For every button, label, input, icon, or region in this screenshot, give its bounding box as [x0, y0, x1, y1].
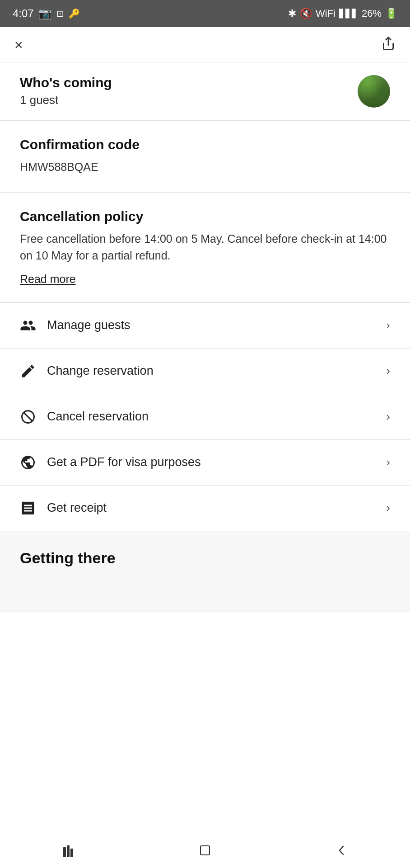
avatar-image [358, 75, 390, 108]
chevron-right-icon: › [386, 501, 390, 515]
chevron-right-icon: › [386, 364, 390, 378]
whos-coming-heading: Who's coming [20, 75, 112, 90]
menu-item-manage-guests[interactable]: Manage guests › [0, 302, 410, 348]
svg-rect-1 [63, 847, 66, 857]
globe-icon [20, 454, 36, 471]
menu-item-get-receipt[interactable]: Get receipt › [0, 485, 410, 531]
mute-icon: 🔇 [300, 8, 312, 19]
whos-coming-text: Who's coming 1 guest [20, 75, 112, 107]
read-more-link[interactable]: Read more [20, 273, 76, 286]
menu-item-change-reservation[interactable]: Change reservation › [0, 348, 410, 394]
bottom-nav [0, 832, 410, 868]
get-receipt-label: Get receipt [47, 501, 107, 515]
nav-home-button[interactable] [198, 844, 212, 857]
menu-list: Manage guests › Change reservation › Can… [0, 302, 410, 531]
menu-item-pdf-visa[interactable]: Get a PDF for visa purposes › [0, 439, 410, 485]
change-reservation-label: Change reservation [47, 364, 154, 378]
cancellation-heading: Cancellation policy [20, 209, 390, 224]
svg-rect-2 [67, 845, 70, 857]
status-bar: 4:07 📷 ⊡ 🔑 ✱ 🔇 WiFi ▋▋▋ 26% 🔋 [0, 0, 410, 27]
menu-item-left: Manage guests [20, 317, 130, 334]
whos-coming-section: Who's coming 1 guest [0, 62, 410, 120]
chevron-right-icon: › [386, 410, 390, 424]
menu-item-left: Cancel reservation [20, 409, 149, 425]
avatar [358, 75, 390, 108]
confirmation-heading: Confirmation code [20, 137, 390, 152]
top-nav: × [0, 27, 410, 62]
guest-count: 1 guest [20, 93, 112, 107]
cancel-reservation-label: Cancel reservation [47, 410, 149, 424]
menu-item-left: Get a PDF for visa purposes [20, 454, 201, 471]
cancellation-section: Cancellation policy Free cancellation be… [0, 193, 410, 302]
status-right: ✱ 🔇 WiFi ▋▋▋ 26% 🔋 [288, 8, 397, 19]
chevron-right-icon: › [386, 455, 390, 469]
receipt-icon [20, 500, 36, 516]
menu-item-cancel-reservation[interactable]: Cancel reservation › [0, 394, 410, 439]
nav-menu-button[interactable] [61, 844, 75, 857]
camera-icon: 📷 [38, 7, 52, 20]
people-icon [20, 317, 36, 334]
share-button[interactable] [381, 36, 396, 53]
cast-icon: ⊡ [56, 8, 64, 19]
cancel-icon [20, 409, 36, 425]
getting-there-heading: Getting there [20, 549, 390, 567]
confirmation-code: HMW588BQAE [20, 159, 390, 176]
chevron-right-icon: › [386, 318, 390, 332]
battery-icon: 🔋 [385, 8, 397, 19]
manage-guests-label: Manage guests [47, 318, 130, 332]
cancellation-text: Free cancellation before 14:00 on 5 May.… [20, 231, 390, 264]
svg-rect-4 [200, 846, 210, 855]
pdf-visa-label: Get a PDF for visa purposes [47, 455, 201, 469]
menu-item-left: Change reservation [20, 363, 154, 379]
wifi-icon: WiFi [316, 8, 335, 19]
battery-percent: 26% [362, 8, 382, 19]
status-left: 4:07 📷 ⊡ 🔑 [13, 7, 80, 20]
nav-back-button[interactable] [335, 844, 349, 857]
menu-item-left: Get receipt [20, 500, 107, 516]
signal-icon: ▋▋▋ [339, 9, 358, 19]
pencil-icon [20, 363, 36, 379]
bluetooth-icon: ✱ [288, 8, 296, 19]
close-button[interactable]: × [14, 38, 23, 52]
getting-there-section: Getting there [0, 531, 410, 613]
svg-rect-3 [70, 849, 73, 857]
status-time: 4:07 [13, 7, 34, 20]
confirmation-section: Confirmation code HMW588BQAE [0, 121, 410, 192]
key-icon: 🔑 [69, 8, 80, 19]
